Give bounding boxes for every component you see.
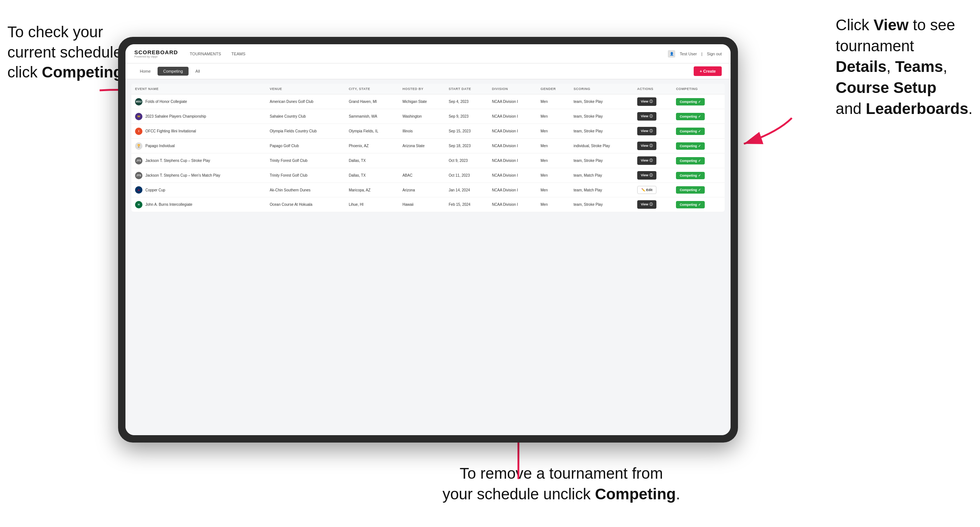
annotation-top-left: To check your current schedule, click Co… [7, 22, 127, 83]
nav-tournaments[interactable]: TOURNAMENTS [190, 50, 221, 57]
cell-scoring: team, Stroke Play [570, 109, 633, 124]
cell-actions: View ⓘ [633, 124, 672, 139]
cell-event-name: W2023 Sahalee Players Championship [131, 109, 266, 124]
cell-actions: View ⓘ [633, 153, 672, 168]
competing-button[interactable]: Competing ✓ [676, 113, 705, 120]
cell-start-date: Sep 9, 2023 [445, 109, 488, 124]
cell-competing: Competing ✓ [672, 153, 725, 168]
table-row: ACopper CupAk-Chin Southern DunesMaricop… [131, 183, 725, 197]
tournaments-table: EVENT NAME VENUE CITY, STATE HOSTED BY S… [131, 84, 725, 212]
cell-actions: View ⓘ [633, 139, 672, 153]
col-venue: VENUE [266, 84, 345, 94]
ann-tr-3: tournament [836, 37, 914, 55]
create-button[interactable]: + Create [694, 67, 722, 76]
annotation-line2: current schedule, [7, 43, 126, 61]
col-gender: GENDER [537, 84, 570, 94]
cell-venue: Sahalee Country Club [266, 109, 345, 124]
cell-scoring: team, Stroke Play [570, 153, 633, 168]
col-event-name: EVENT NAME [131, 84, 266, 94]
cell-start-date: Oct 9, 2023 [445, 153, 488, 168]
event-name-text: Papago Individual [145, 144, 175, 148]
user-icon: 👤 [668, 50, 675, 57]
cell-hosted-by: Washington [399, 109, 445, 124]
competing-button[interactable]: Competing ✓ [676, 142, 705, 150]
view-button[interactable]: View ⓘ [637, 200, 656, 209]
nav-teams[interactable]: TEAMS [231, 50, 245, 57]
competing-button[interactable]: Competing ✓ [676, 128, 705, 135]
view-button[interactable]: View ⓘ [637, 127, 656, 135]
edit-button[interactable]: ✏️ Edit [637, 186, 657, 194]
event-name-text: OFCC Fighting Illini Invitational [145, 129, 196, 133]
cell-scoring: team, Stroke Play [570, 124, 633, 139]
col-city-state: CITY, STATE [345, 84, 398, 94]
ann-bot-period: . [676, 485, 680, 503]
team-logo: MSU [135, 98, 142, 105]
cell-gender: Men [537, 197, 570, 212]
event-name-text: Jackson T. Stephens Cup – Stroke Play [145, 159, 210, 163]
tablet-screen: SCOREBOARD Powered by clippi TOURNAMENTS… [126, 44, 730, 435]
table-header-row: EVENT NAME VENUE CITY, STATE HOSTED BY S… [131, 84, 725, 94]
table-container[interactable]: EVENT NAME VENUE CITY, STATE HOSTED BY S… [126, 79, 730, 435]
cell-venue: Ak-Chin Southern Dunes [266, 183, 345, 197]
cell-competing: Competing ✓ [672, 183, 725, 197]
view-button[interactable]: View ⓘ [637, 156, 656, 165]
col-division: DIVISION [488, 84, 537, 94]
nav-links: TOURNAMENTS TEAMS [190, 50, 668, 57]
cell-competing: Competing ✓ [672, 94, 725, 109]
team-logo: A [135, 186, 142, 194]
brand-sub: Powered by clippi [134, 55, 178, 58]
cell-actions: ✏️ Edit [633, 183, 672, 197]
cell-venue: Ocean Course At Hokuala [266, 197, 345, 212]
competing-button[interactable]: Competing ✓ [676, 201, 705, 208]
competing-button[interactable]: Competing ✓ [676, 98, 705, 105]
cell-division: NCAA Division I [488, 153, 537, 168]
cell-division: NCAA Division I [488, 183, 537, 197]
nav-separator: | [702, 52, 703, 56]
cell-start-date: Oct 11, 2023 [445, 168, 488, 183]
cell-venue: Trinity Forest Golf Club [266, 153, 345, 168]
competing-button[interactable]: Competing ✓ [676, 186, 705, 194]
brand-title: SCOREBOARD [134, 49, 178, 55]
cell-event-name: HJohn A. Burns Intercollegiate [131, 197, 266, 212]
cell-event-name: 🏆Papago Individual [131, 139, 266, 153]
cell-division: NCAA Division I [488, 109, 537, 124]
cell-hosted-by: Illinois [399, 124, 445, 139]
cell-event-name: JTSJackson T. Stephens Cup – Men's Match… [131, 168, 266, 183]
cell-gender: Men [537, 109, 570, 124]
competing-button[interactable]: Competing ✓ [676, 157, 705, 165]
cell-start-date: Sep 18, 2023 [445, 139, 488, 153]
cell-gender: Men [537, 153, 570, 168]
cell-hosted-by: Hawaii [399, 197, 445, 212]
tab-all[interactable]: All [190, 67, 205, 76]
annotation-bottom: To remove a tournament from your schedul… [442, 463, 680, 505]
cell-scoring: team, Stroke Play [570, 197, 633, 212]
cell-venue: Papago Golf Club [266, 139, 345, 153]
view-button[interactable]: View ⓘ [637, 97, 656, 106]
view-button[interactable]: View ⓘ [637, 171, 656, 179]
cell-city-state: Phoenix, AZ [345, 139, 398, 153]
cell-actions: View ⓘ [633, 197, 672, 212]
cell-event-name: JTSJackson T. Stephens Cup – Stroke Play [131, 153, 266, 168]
cell-start-date: Sep 4, 2023 [445, 94, 488, 109]
cell-gender: Men [537, 183, 570, 197]
sign-out-link[interactable]: Sign out [707, 50, 722, 57]
cell-hosted-by: Michigan State [399, 94, 445, 109]
team-logo: 🏆 [135, 142, 142, 150]
tab-home[interactable]: Home [134, 67, 156, 76]
view-button[interactable]: View ⓘ [637, 141, 656, 150]
cell-scoring: individual, Stroke Play [570, 139, 633, 153]
cell-gender: Men [537, 168, 570, 183]
annotation-top-right: Click View to see tournament Details, Te… [836, 15, 973, 119]
cell-actions: View ⓘ [633, 109, 672, 124]
event-name-text: John A. Burns Intercollegiate [145, 202, 192, 206]
tab-competing[interactable]: Competing [158, 67, 188, 76]
cell-competing: Competing ✓ [672, 139, 725, 153]
team-logo: H [135, 201, 142, 208]
view-button[interactable]: View ⓘ [637, 112, 656, 121]
cell-start-date: Sep 15, 2023 [445, 124, 488, 139]
competing-button[interactable]: Competing ✓ [676, 172, 705, 179]
cell-event-name: IOFCC Fighting Illini Invitational [131, 124, 266, 139]
cell-venue: Trinity Forest Golf Club [266, 168, 345, 183]
cell-city-state: Dallas, TX [345, 168, 398, 183]
tablet: SCOREBOARD Powered by clippi TOURNAMENTS… [118, 37, 738, 443]
